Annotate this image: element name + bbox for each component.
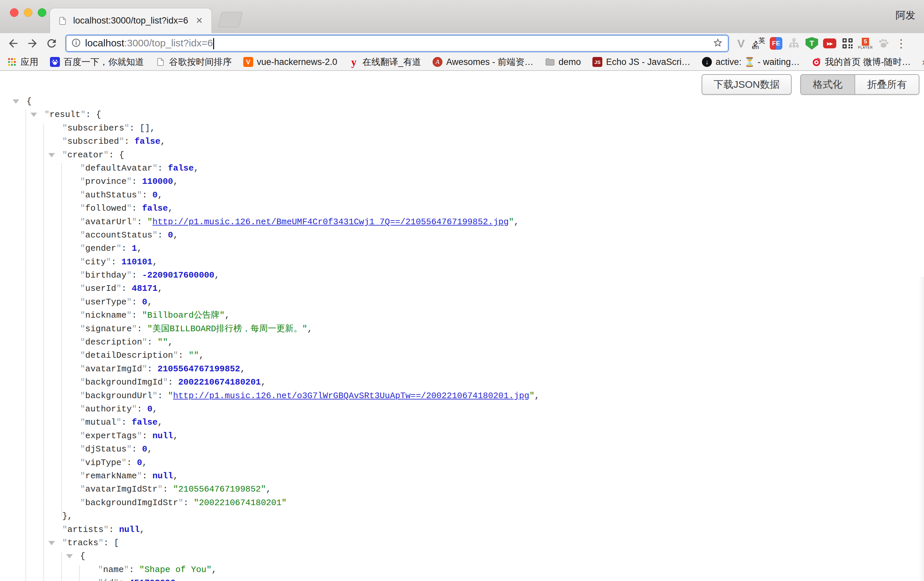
bookmark-baidu[interactable]: 百度一下，你就知道 <box>50 56 144 68</box>
toolbar: localhost:3000/top_list?idx=6 V 英⇄en FE … <box>0 33 924 54</box>
json-token: " <box>126 310 132 320</box>
html5-player-icon[interactable]: 5PLAYER <box>858 36 872 50</box>
bookmark-youdao[interactable]: y 在线翻译_有道 <box>348 56 421 68</box>
json-token: " <box>80 217 86 227</box>
info-icon[interactable] <box>71 38 81 49</box>
json-token: subscribed <box>68 136 119 146</box>
json-token: : <box>183 498 194 508</box>
sitemap-icon[interactable] <box>787 36 801 50</box>
json-line: "result": { <box>0 108 924 121</box>
bookmark-label: demo <box>559 57 581 67</box>
json-token: 0 <box>142 297 147 307</box>
json-line: "artists": null, <box>0 523 924 536</box>
bookmark-label: 应用 <box>20 56 38 68</box>
close-window-button[interactable] <box>10 8 18 17</box>
reload-icon[interactable] <box>45 36 59 51</box>
menu-dots-icon[interactable]: ⋮ <box>894 36 908 50</box>
json-token: , <box>147 444 153 454</box>
json-token: 110000 <box>142 177 173 187</box>
echojs-icon: JS <box>592 57 603 67</box>
profile-name[interactable]: 阿发 <box>896 8 916 22</box>
json-token: , <box>142 458 147 468</box>
tab-title: localhost:3000/top_list?idx=6 <box>73 16 189 26</box>
tab-close-icon[interactable]: ✕ <box>194 16 204 26</box>
collapse-toggle-icon[interactable] <box>48 153 55 157</box>
collapse-toggle-icon[interactable] <box>66 554 73 558</box>
bookmark-apps[interactable]: 应用 <box>7 56 38 68</box>
url-bar[interactable]: localhost:3000/top_list?idx=6 <box>66 35 728 51</box>
bookmark-awesomes[interactable]: A Awesomes - 前端资… <box>432 56 533 68</box>
json-token: , <box>137 243 142 253</box>
bookmark-active-waiting[interactable]: ↓ active: ⏳ - waiting… <box>701 57 800 67</box>
browser-tab[interactable]: localhost:3000/top_list?idx=6 ✕ <box>50 8 212 33</box>
bookmark-label: 百度一下，你就知道 <box>64 56 144 68</box>
json-token: : { <box>86 110 101 119</box>
bookmark-vue-hackernews[interactable]: V vue-hackernews-2.0 <box>243 57 337 67</box>
json-token: " <box>116 243 122 253</box>
json-token: : <box>163 484 173 494</box>
json-line: "remarkName": null, <box>0 469 924 483</box>
bookmark-echojs[interactable]: JS Echo JS - JavaScri… <box>592 57 690 67</box>
json-token: : <box>158 163 168 173</box>
json-token: avatarImgIdStr <box>86 484 158 494</box>
qr-code-icon[interactable] <box>841 36 855 50</box>
json-token: : <box>126 458 137 468</box>
forward-icon[interactable] <box>25 36 40 51</box>
json-token: "美国BILLBOARD排行榜，每周一更新。" <box>147 324 307 334</box>
json-token: : <box>122 283 132 293</box>
json-token: " <box>132 217 137 227</box>
json-token: : <box>122 417 132 427</box>
json-link[interactable]: http://p1.music.126.net/o3G7lWrGBQAvSRt3… <box>173 391 530 401</box>
bookmarks-overflow-chevron[interactable]: » <box>922 56 924 68</box>
back-icon[interactable] <box>6 36 20 51</box>
bookmark-weibo[interactable]: 我的首页 微博-随时… <box>811 56 911 68</box>
json-token: " <box>104 525 109 535</box>
new-tab-button[interactable] <box>218 12 243 27</box>
json-token: authority <box>86 404 132 414</box>
vue-devtools-icon[interactable]: V <box>734 36 748 50</box>
json-token: " <box>152 391 158 401</box>
json-token: : <box>119 578 129 581</box>
collapse-toggle-icon[interactable] <box>13 99 19 104</box>
collapse-toggle-icon[interactable] <box>48 541 55 545</box>
zoom-window-button[interactable] <box>38 8 46 17</box>
json-token: : <box>122 243 132 253</box>
url-text[interactable]: localhost:3000/top_list?idx=6 <box>85 37 709 50</box>
browser-window: localhost:3000/top_list?idx=6 ✕ 阿发 local… <box>0 0 924 581</box>
json-line: { <box>0 550 924 563</box>
json-token: " <box>80 458 86 468</box>
json-token: " <box>126 204 132 214</box>
bookmark-demo-folder[interactable]: demo <box>545 57 581 67</box>
json-token: " <box>126 270 132 280</box>
page-content: 下载JSON数据 格式化 折叠所有 {"result": {"subscribe… <box>0 71 924 581</box>
json-token: "2105564767199852" <box>173 484 266 494</box>
json-token: " <box>80 471 86 481</box>
json-line: "id": 451703096, <box>0 576 924 581</box>
json-line: "backgroundUrl": "http://p1.music.126.ne… <box>0 389 924 402</box>
bookmark-google-sort[interactable]: 谷歌按时间排序 <box>155 56 232 68</box>
download-json-button[interactable]: 下载JSON数据 <box>701 74 792 95</box>
json-token: , <box>175 578 181 581</box>
json-token: " <box>80 257 86 267</box>
json-line: "nickname": "Billboard公告牌", <box>0 309 924 322</box>
minimize-window-button[interactable] <box>24 8 33 17</box>
json-token: : <box>132 204 142 214</box>
text-cursor <box>213 38 214 50</box>
json-token: " <box>80 391 86 401</box>
tampermonkey-icon[interactable]: T <box>805 36 819 50</box>
bookmark-star-icon[interactable] <box>713 37 723 50</box>
json-token: " <box>124 123 129 133</box>
json-link[interactable]: http://p1.music.126.net/BmeUMF4Cr0f3431C… <box>152 217 509 227</box>
json-line: "signature": "美国BILLBOARD排行榜，每周一更新。", <box>0 322 924 336</box>
bookmark-label: vue-hackernews-2.0 <box>257 57 337 67</box>
video-play-icon[interactable]: ▶▶ <box>823 36 837 50</box>
translate-icon[interactable]: 英⇄en <box>752 37 765 50</box>
json-token: defaultAvatar <box>86 163 153 173</box>
paw-icon[interactable] <box>876 36 890 50</box>
format-button[interactable]: 格式化 <box>801 75 855 94</box>
collapse-toggle-icon[interactable] <box>30 113 37 117</box>
collapse-all-button[interactable]: 折叠所有 <box>855 75 919 94</box>
fe-icon[interactable]: FE <box>769 36 783 50</box>
json-token: , <box>158 283 163 293</box>
window-controls <box>10 8 46 17</box>
